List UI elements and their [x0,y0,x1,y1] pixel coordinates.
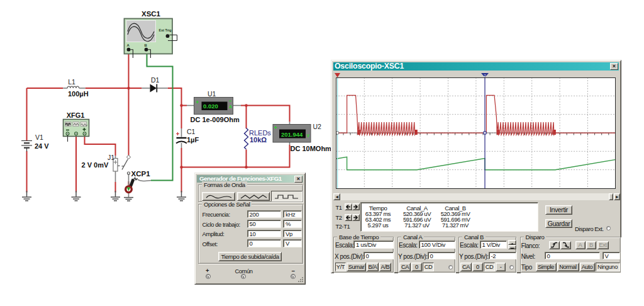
svg-text:XFG1: XFG1 [67,111,85,119]
svg-text:A: A [127,43,130,47]
svg-text:1µF: 1µF [187,136,199,144]
svg-text:2 V 0mV: 2 V 0mV [82,161,109,169]
svg-text:A: A [229,105,232,109]
svg-text:201.944: 201.944 [281,131,303,138]
svg-text:V: V [307,133,310,138]
svg-text:XCP1: XCP1 [131,170,151,178]
svg-text:U1: U1 [208,90,216,98]
svg-text:Ext Trig: Ext Trig [159,28,172,32]
svg-text:XSC1: XSC1 [142,10,161,18]
svg-text:B: B [145,43,148,47]
svg-text:DC 1e-009Ohm: DC 1e-009Ohm [191,116,240,123]
svg-text:0.020: 0.020 [203,103,218,110]
svg-text:J1: J1 [108,154,114,161]
svg-text:100µH: 100µH [68,90,89,98]
svg-text:V1: V1 [35,133,43,141]
svg-text:D1: D1 [151,76,160,84]
svg-text:10kΩ: 10kΩ [250,136,267,144]
svg-text:L1: L1 [68,78,75,86]
svg-text:U2: U2 [313,123,322,130]
svg-text:24 V: 24 V [35,142,49,150]
svg-text:DC 10MOhm: DC 10MOhm [291,145,332,152]
svg-text:C1: C1 [187,128,196,135]
